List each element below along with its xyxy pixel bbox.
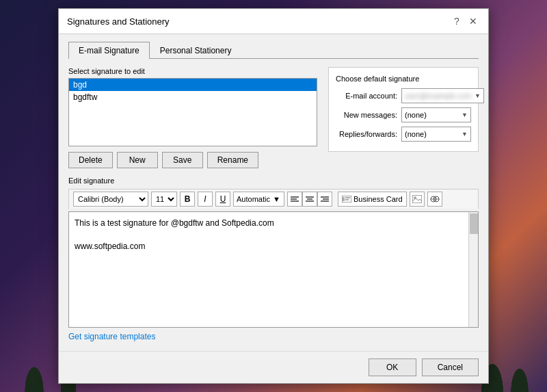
insert-picture-button[interactable]: [410, 192, 425, 207]
tab-bar: E-mail Signature Personal Stationery: [68, 41, 479, 59]
dialog-title: Signatures and Stationery: [67, 16, 170, 27]
help-button[interactable]: ?: [450, 14, 464, 28]
cancel-button[interactable]: Cancel: [422, 358, 479, 376]
save-button[interactable]: Save: [162, 152, 203, 168]
right-panel: Choose default signature E-mail account:…: [328, 67, 479, 168]
scrollbar-thumb[interactable]: [470, 213, 478, 234]
dialog-footer: OK Cancel: [59, 351, 488, 383]
picture-icon: [412, 195, 422, 203]
align-buttons: [287, 192, 332, 207]
new-button[interactable]: New: [117, 152, 158, 168]
delete-button[interactable]: Delete: [68, 152, 113, 168]
sig-item-bgdftw[interactable]: bgdftw: [69, 91, 317, 103]
scrollbar-track[interactable]: [468, 212, 478, 327]
signature-editor: This is a test signature for @bgdftw and…: [68, 211, 479, 328]
replies-value: (none): [405, 130, 427, 138]
new-messages-row: New messages: (none) ▼: [336, 107, 471, 122]
align-center-icon: [306, 196, 314, 202]
new-messages-dropdown[interactable]: (none) ▼: [401, 107, 471, 122]
title-bar-controls: ? ✕: [450, 14, 480, 28]
new-messages-value: (none): [405, 111, 427, 119]
signature-buttons: Delete New Save Rename: [68, 152, 317, 168]
rename-button[interactable]: Rename: [207, 152, 258, 168]
tab-personal-label: Personal Stationery: [160, 46, 232, 55]
hyperlink-icon: [430, 195, 440, 203]
default-sig-title: Choose default signature: [336, 75, 471, 83]
format-bar: Calibri (Body) 11 B I U Automatic ▼: [68, 189, 479, 209]
align-right-button[interactable]: [317, 192, 332, 207]
color-label: Automatic: [237, 195, 270, 203]
tab-email-label: E-mail Signature: [79, 46, 139, 55]
select-label: Select signature to edit: [68, 67, 317, 75]
align-left-icon: [291, 196, 299, 202]
new-messages-label: New messages:: [336, 111, 397, 119]
align-center-button[interactable]: [302, 192, 317, 207]
email-account-dropdown[interactable]: user@example.com ▼: [401, 88, 484, 103]
signatures-dialog: Signatures and Stationery ? ✕ E-mail Sig…: [58, 8, 489, 384]
email-account-label: E-mail account:: [336, 92, 397, 100]
signature-list[interactable]: bgd bgdftw: [68, 78, 317, 146]
tab-email-signature[interactable]: E-mail Signature: [68, 42, 150, 59]
bold-button[interactable]: B: [180, 192, 195, 207]
dropdown-arrow-replies: ▼: [462, 131, 468, 138]
business-card-button[interactable]: Business Card: [338, 192, 407, 207]
ok-button[interactable]: OK: [369, 358, 416, 376]
font-size-select[interactable]: 11: [151, 192, 177, 207]
special-buttons: Business Card: [338, 192, 442, 207]
dialog-content: E-mail Signature Personal Stationery Sel…: [59, 34, 488, 351]
italic-button[interactable]: I: [198, 192, 213, 207]
replies-label: Replies/forwards:: [336, 130, 397, 138]
left-panel: Select signature to edit bgd bgdftw Dele…: [68, 67, 317, 168]
dropdown-arrow-new: ▼: [462, 112, 468, 118]
get-templates-link[interactable]: Get signature templates: [68, 332, 155, 341]
email-account-value: user@example.com: [405, 92, 472, 100]
dropdown-arrow-email: ▼: [475, 92, 481, 99]
align-right-icon: [321, 196, 329, 202]
align-left-button[interactable]: [287, 192, 302, 207]
main-row: Select signature to edit bgd bgdftw Dele…: [68, 67, 479, 168]
font-name-select[interactable]: Calibri (Body): [73, 192, 148, 207]
svg-rect-12: [343, 197, 345, 201]
underline-button[interactable]: U: [215, 192, 230, 207]
email-account-row: E-mail account: user@example.com ▼: [336, 88, 471, 103]
color-arrow: ▼: [273, 195, 280, 203]
tab-personal-stationery[interactable]: Personal Stationery: [150, 42, 242, 59]
insert-hyperlink-button[interactable]: [427, 192, 442, 207]
edit-section: Edit signature Calibri (Body) 11 B I U A…: [68, 177, 479, 328]
business-card-icon: [342, 196, 351, 202]
replies-dropdown[interactable]: (none) ▼: [401, 127, 471, 142]
sig-item-bgd[interactable]: bgd: [69, 79, 317, 91]
default-signature-section: Choose default signature E-mail account:…: [328, 67, 479, 152]
business-card-label: Business Card: [353, 195, 403, 203]
signature-textarea[interactable]: This is a test signature for @bgdftw and…: [69, 212, 468, 327]
title-bar: Signatures and Stationery ? ✕: [59, 9, 488, 34]
font-color-dropdown[interactable]: Automatic ▼: [233, 192, 284, 207]
close-button[interactable]: ✕: [466, 14, 480, 28]
edit-section-label: Edit signature: [68, 177, 479, 185]
replies-row: Replies/forwards: (none) ▼: [336, 127, 471, 142]
